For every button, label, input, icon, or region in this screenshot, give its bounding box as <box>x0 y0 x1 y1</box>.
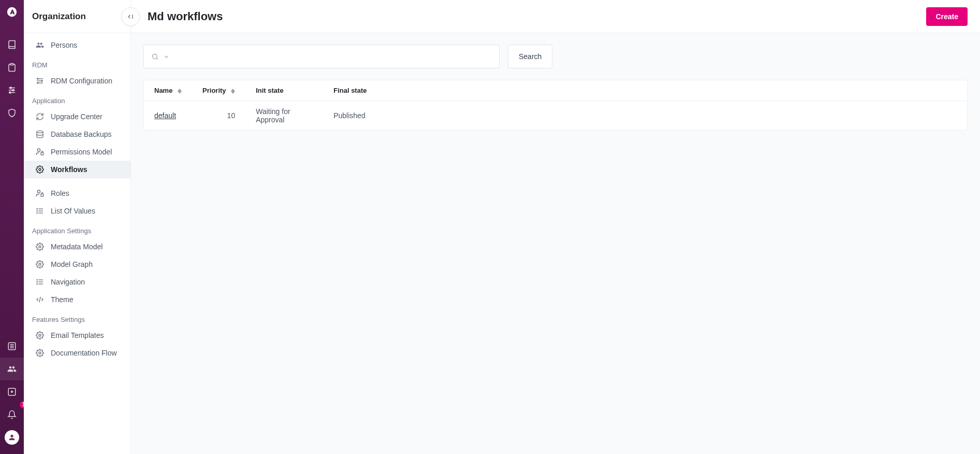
column-header-name[interactable]: Name <box>144 80 192 101</box>
user-lock-icon <box>35 147 45 157</box>
sidebar-item-label: Database Backups <box>51 130 112 138</box>
rail-item-clipboard[interactable] <box>0 56 24 79</box>
sidebar: Organization Persons RDM RDM Configurati… <box>24 0 131 454</box>
svg-rect-21 <box>41 152 43 155</box>
column-header-label: Init state <box>256 87 283 94</box>
sidebar-item-rdm-config[interactable]: RDM Configuration <box>24 72 130 90</box>
svg-rect-0 <box>10 64 13 65</box>
sidebar-collapse-button[interactable] <box>121 7 140 26</box>
column-header-final-state[interactable]: Final state <box>323 80 967 101</box>
svg-point-19 <box>37 131 43 133</box>
sidebar-item-model-graph[interactable]: Model Graph <box>24 256 130 273</box>
gear-icon <box>35 242 45 251</box>
sidebar-item-label: List Of Values <box>51 207 95 215</box>
sidebar-item-workflows[interactable]: Workflows <box>24 161 130 178</box>
app-logo[interactable] <box>0 0 24 24</box>
sidebar-item-label: Metadata Model <box>51 243 103 251</box>
svg-point-16 <box>37 78 38 79</box>
rail-item-settings-filter[interactable] <box>0 79 24 102</box>
sidebar-item-documentation-flow[interactable]: Documentation Flow <box>24 344 130 362</box>
svg-point-5 <box>12 90 14 91</box>
list-icon <box>7 342 17 351</box>
gear-icon <box>35 331 45 340</box>
rail-item-notifications[interactable]: 1 <box>0 403 24 426</box>
gear-icon <box>35 165 45 174</box>
sidebar-item-label: Roles <box>51 189 69 197</box>
database-icon <box>35 130 45 139</box>
svg-point-29 <box>37 210 37 211</box>
svg-marker-45 <box>178 91 182 94</box>
sidebar-item-theme[interactable]: Theme <box>24 291 130 308</box>
svg-point-40 <box>39 334 41 336</box>
svg-point-31 <box>39 246 41 248</box>
svg-point-17 <box>41 80 42 81</box>
svg-point-18 <box>37 82 38 83</box>
column-header-label: Name <box>154 87 172 94</box>
rail-item-docs[interactable] <box>0 33 24 56</box>
users-icon <box>7 364 17 374</box>
sidebar-item-db-backups[interactable]: Database Backups <box>24 125 130 143</box>
rail-item-shield[interactable] <box>0 102 24 124</box>
svg-point-6 <box>9 92 11 93</box>
workflow-name-link[interactable]: default <box>154 111 176 120</box>
sidebar-item-email-templates[interactable]: Email Templates <box>24 327 130 344</box>
search-button[interactable]: Search <box>508 45 552 68</box>
svg-point-28 <box>37 208 37 209</box>
svg-point-38 <box>37 283 37 284</box>
code-icon <box>35 295 45 304</box>
rail-item-download[interactable] <box>0 380 24 403</box>
sidebar-item-navigation[interactable]: Navigation <box>24 273 130 291</box>
table-row[interactable]: default 10 Waiting for Approval Publishe… <box>144 101 967 131</box>
sidebar-item-label: Email Templates <box>51 331 104 339</box>
sliders-icon <box>7 86 17 95</box>
search-box[interactable] <box>143 45 500 68</box>
sidebar-item-list-of-values[interactable]: List Of Values <box>24 202 130 220</box>
avatar <box>5 430 19 445</box>
sidebar-item-roles[interactable]: Roles <box>24 185 130 202</box>
sidebar-item-permissions-model[interactable]: Permissions Model <box>24 143 130 161</box>
svg-point-22 <box>39 168 41 171</box>
cell-final-state: Published <box>323 101 967 131</box>
sidebar-item-label: Persons <box>51 41 77 49</box>
column-header-priority[interactable]: Priority <box>192 80 245 101</box>
config-icon <box>35 76 45 86</box>
search-icon <box>151 53 159 61</box>
shield-icon <box>7 108 17 118</box>
svg-point-4 <box>10 87 11 89</box>
person-icon <box>8 433 16 442</box>
rail-item-users[interactable] <box>0 358 24 380</box>
sidebar-item-label: Upgrade Center <box>51 112 103 121</box>
create-button[interactable]: Create <box>926 7 968 26</box>
sort-icon <box>178 89 182 94</box>
topbar: Md workflows Create <box>131 0 980 33</box>
gear-icon <box>35 260 45 269</box>
sidebar-item-upgrade-center[interactable]: Upgrade Center <box>24 108 130 125</box>
column-header-label: Priority <box>202 87 226 94</box>
svg-rect-24 <box>41 194 43 196</box>
rail-item-list[interactable] <box>0 335 24 358</box>
svg-line-39 <box>39 297 41 303</box>
main-content: Md workflows Create Search Name <box>131 0 980 454</box>
svg-point-36 <box>37 279 37 280</box>
list-icon <box>35 277 45 287</box>
svg-point-41 <box>39 352 41 354</box>
bell-icon <box>7 410 17 419</box>
svg-point-37 <box>37 281 37 282</box>
rail-item-profile[interactable] <box>0 426 24 449</box>
chevron-down-icon[interactable] <box>163 53 170 60</box>
svg-point-20 <box>37 149 40 151</box>
workflows-table: Name Priority <box>143 80 968 131</box>
svg-marker-47 <box>231 91 235 94</box>
column-header-init-state[interactable]: Init state <box>245 80 323 101</box>
sidebar-item-persons[interactable]: Persons <box>24 36 130 54</box>
cell-init-state: Waiting for Approval <box>245 101 323 131</box>
cell-priority: 10 <box>192 101 245 131</box>
sidebar-item-metadata-model[interactable]: Metadata Model <box>24 238 130 256</box>
book-icon <box>7 40 17 49</box>
sidebar-section-app-settings: Application Settings <box>24 220 130 238</box>
svg-point-42 <box>153 54 157 59</box>
chevron-left-collapse-icon <box>126 12 135 21</box>
list-icon <box>35 206 45 216</box>
sidebar-item-label: Model Graph <box>51 260 93 268</box>
search-input[interactable] <box>174 52 492 61</box>
